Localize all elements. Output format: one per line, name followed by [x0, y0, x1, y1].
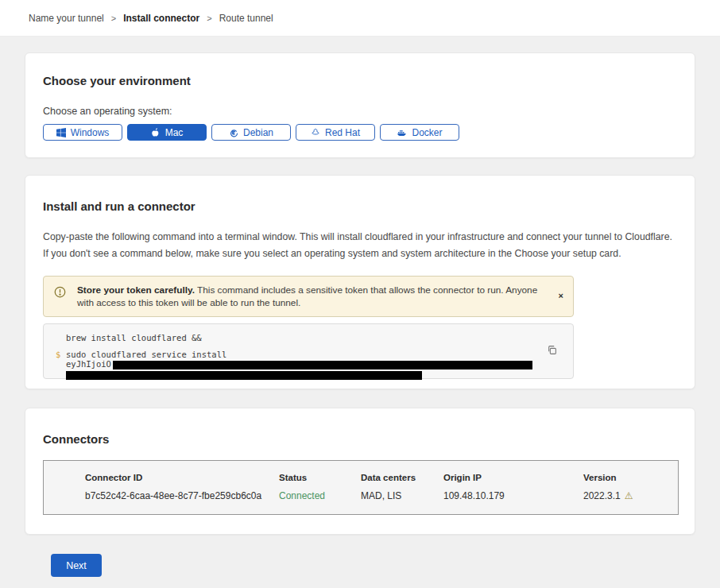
- token-warning-bold: Store your token carefully.: [77, 284, 195, 296]
- os-button-windows[interactable]: Windows: [43, 124, 122, 141]
- breadcrumb-install-connector[interactable]: Install connector: [123, 13, 199, 24]
- alert-circle-icon: [54, 286, 66, 301]
- connector-origin-ip-value: 109.48.10.179: [443, 490, 583, 501]
- docker-icon: [397, 128, 407, 137]
- col-header-version: Version: [583, 473, 678, 482]
- col-header-status: Status: [279, 473, 361, 482]
- environment-card-title: Choose your environment: [43, 74, 677, 87]
- code-line-brew: brew install cloudflared &&: [66, 334, 573, 342]
- col-header-data-centers: Data centers: [361, 473, 443, 482]
- connector-table-row: b7c52c42-6caa-48ee-8c77-fbe259cb6c0a Con…: [85, 490, 678, 501]
- os-select-label: Choose an operating system:: [43, 106, 677, 117]
- code-line-token: eyJhIjoiO: [66, 359, 573, 369]
- col-header-origin-ip: Origin IP: [443, 473, 583, 482]
- redhat-icon: [311, 128, 320, 137]
- os-button-label: Windows: [71, 127, 110, 138]
- os-button-label: Debian: [243, 127, 273, 138]
- code-line-sudo: $sudo cloudflared service install: [66, 350, 573, 359]
- breadcrumb-name-your-tunnel[interactable]: Name your tunnel: [29, 13, 104, 24]
- token-redaction-bar: [113, 361, 532, 369]
- os-button-debian[interactable]: Debian: [211, 124, 291, 141]
- col-header-connector-id: Connector ID: [85, 473, 279, 482]
- os-button-label: Mac: [165, 127, 184, 138]
- code-command-text: sudo cloudflared service install: [66, 350, 226, 359]
- token-warning-banner: Store your token carefully. This command…: [43, 276, 574, 317]
- connectors-card: Connectors Connector ID Status Data cent…: [25, 408, 695, 535]
- install-description: Copy-paste the following command into a …: [43, 229, 677, 262]
- version-number: 2022.3.1: [583, 490, 621, 501]
- connectors-table-header-row: Connector ID Status Data centers Origin …: [85, 473, 678, 482]
- breadcrumb: Name your tunnel > Install connector > R…: [29, 13, 273, 24]
- os-button-label: Red Hat: [325, 127, 360, 138]
- breadcrumb-route-tunnel[interactable]: Route tunnel: [219, 13, 273, 24]
- breadcrumb-separator: >: [111, 14, 116, 23]
- connectors-table: Connector ID Status Data centers Origin …: [43, 460, 679, 515]
- connectors-card-title: Connectors: [43, 432, 677, 446]
- copy-icon[interactable]: [547, 345, 557, 358]
- install-connector-card: Install and run a connector Copy-paste t…: [25, 175, 695, 389]
- top-bar: Name your tunnel > Install connector > R…: [0, 0, 720, 37]
- page-content: Choose your environment Choose an operat…: [0, 52, 720, 577]
- install-command-code-block: brew install cloudflared && $sudo cloudf…: [43, 323, 574, 379]
- token-redaction-bar: [66, 371, 422, 380]
- windows-icon: [56, 128, 66, 137]
- os-button-redhat[interactable]: Red Hat: [296, 124, 375, 141]
- warning-triangle-icon: ⚠: [625, 491, 633, 501]
- apple-icon: [151, 127, 161, 137]
- connector-id-value: b7c52c42-6caa-48ee-8c77-fbe259cb6c0a: [85, 490, 279, 501]
- close-icon[interactable]: ×: [559, 289, 563, 302]
- shell-prompt: $: [56, 350, 60, 359]
- debian-icon: [229, 128, 238, 137]
- os-button-row: Windows Mac Debian Red Hat: [43, 124, 677, 141]
- os-button-docker[interactable]: Docker: [380, 124, 459, 141]
- token-prefix-text: eyJhIjoiO: [66, 359, 111, 369]
- connector-data-centers-value: MAD, LIS: [361, 490, 443, 501]
- connector-status-value: Connected: [279, 490, 361, 501]
- choose-environment-card: Choose your environment Choose an operat…: [25, 52, 695, 158]
- os-button-label: Docker: [412, 127, 442, 138]
- token-warning-text: Store your token carefully. This command…: [66, 284, 559, 309]
- breadcrumb-separator: >: [207, 14, 211, 23]
- next-button[interactable]: Next: [51, 554, 102, 577]
- os-button-mac[interactable]: Mac: [127, 124, 207, 141]
- install-card-title: Install and run a connector: [43, 199, 677, 213]
- connector-version-value: 2022.3.1 ⚠: [583, 490, 678, 501]
